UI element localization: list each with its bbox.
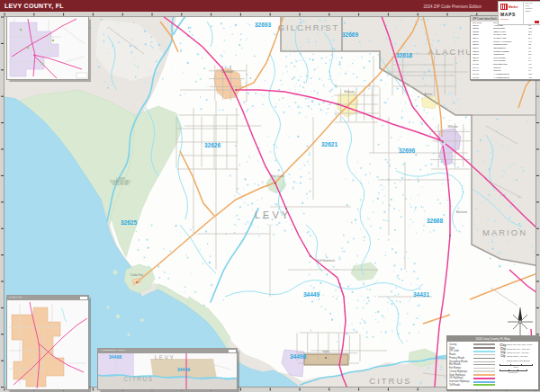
inset-chiefland: CHIEFLAND bbox=[6, 295, 89, 390]
zip-label-32621: 32621 bbox=[321, 141, 338, 147]
inset-yankeetown-title: YANKEETOWN - INGLIS bbox=[98, 349, 237, 353]
title-bar: LEVY COUNTY, FL 2024 ZIP Code Premium Ed… bbox=[0, 0, 540, 12]
zip-label-32618: 32618 bbox=[396, 52, 412, 58]
logo-tagline: maps.com bbox=[500, 18, 508, 20]
zip-label-34431: 34431 bbox=[413, 291, 429, 298]
county-label-gilchrist: GILCHRIST bbox=[278, 22, 340, 32]
zip-label-32668: 32668 bbox=[427, 218, 443, 224]
inset-levy-label: LEVY bbox=[155, 354, 176, 361]
zip-label-32669: 32669 bbox=[342, 31, 358, 38]
legend-title: 2024 Levy County, FL Map bbox=[447, 336, 538, 342]
town-label: Archer bbox=[425, 93, 433, 96]
town-label: Morriston bbox=[456, 210, 468, 214]
zip-label-32696: 32696 bbox=[399, 147, 415, 154]
logo-brand-top: Market bbox=[508, 5, 518, 9]
edition-label: 2024 ZIP Code Premium Edition bbox=[424, 4, 482, 9]
scale-km: Kilometers bbox=[500, 370, 537, 374]
zip-label-34498: 34498 bbox=[290, 353, 306, 360]
town-label: Chiefland bbox=[221, 70, 233, 74]
town-label: Inglis bbox=[322, 350, 328, 353]
inset-williston bbox=[6, 16, 89, 80]
town-label: Otter Creek bbox=[270, 174, 284, 178]
county-label-marion: MARION bbox=[482, 227, 527, 237]
town-label: Bronson bbox=[344, 90, 354, 94]
logo-red-box bbox=[535, 21, 539, 24]
legend-cities: CityCities 100,000 and AboveCityCities 5… bbox=[500, 343, 537, 374]
inset-zip-34498: 34498 bbox=[109, 354, 122, 360]
town-label: Williston bbox=[447, 125, 457, 129]
refuge-label: LOWER SUWANNEE NAT'L WILDLIFE REF bbox=[110, 178, 131, 186]
county-label-citrus: CITRUS bbox=[369, 376, 411, 386]
logo-icon bbox=[500, 4, 508, 10]
town-label: Gulf Hammock bbox=[317, 259, 335, 263]
zip-label-32625: 32625 bbox=[121, 219, 137, 226]
inset-citrus-label: CITRUS bbox=[123, 376, 153, 382]
zip-label-34449: 34449 bbox=[303, 291, 320, 298]
map-legend: 2024 Levy County, FL Map CountyStateZIP … bbox=[446, 335, 539, 390]
inset-zip-34449: 34449 bbox=[177, 367, 190, 372]
logo-brand-bottom: MAPS bbox=[500, 12, 516, 17]
map-page: LEVY COUNTY, FL 2024 ZIP Code Premium Ed… bbox=[0, 0, 540, 392]
scale-miles: Miles bbox=[500, 364, 537, 369]
page-title: LEVY COUNTY, FL bbox=[4, 3, 64, 9]
county-label-levy: LEVY bbox=[255, 209, 291, 220]
publisher-logo: Market MAPS maps.com 2024 ZIPCodePremium… bbox=[498, 1, 540, 25]
town-label: Cedar Key bbox=[130, 273, 143, 277]
zip-label-32626: 32626 bbox=[204, 142, 220, 148]
zip-label-32693: 32693 bbox=[255, 22, 271, 28]
inset-chiefland-title: CHIEFLAND bbox=[7, 296, 88, 300]
logo-side-box: 2024 ZIPCodePremiumEdition bbox=[523, 2, 540, 24]
